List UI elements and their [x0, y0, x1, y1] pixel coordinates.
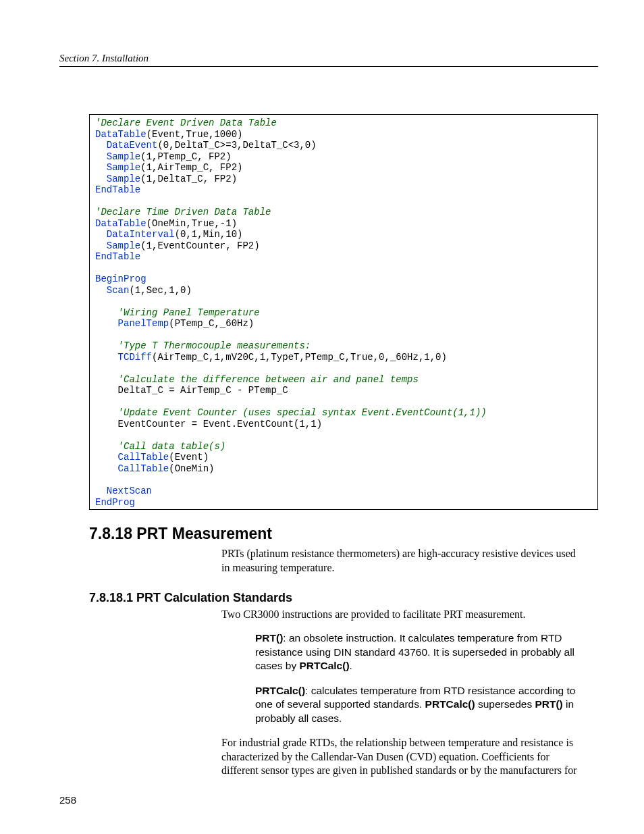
code-keyword: EndTable	[95, 251, 140, 262]
code-text: (0,1,Min,10)	[175, 229, 243, 240]
code-text: (1,AirTemp_C, FP2)	[140, 162, 242, 173]
code-comment: 'Type T Thermocouple measurements:	[118, 340, 311, 351]
code-keyword: EndTable	[95, 184, 140, 195]
heading-prt-measurement: 7.8.18 PRT Measurement	[89, 525, 598, 543]
code-comment: 'Calculate the difference between air an…	[118, 374, 419, 385]
code-keyword: NextScan	[107, 486, 152, 496]
code-text: (1,Sec,1,0)	[129, 285, 191, 296]
code-keyword: Sample	[107, 151, 140, 162]
term-bold: PRTCalc()	[255, 685, 305, 696]
code-keyword: DataTable	[95, 218, 146, 229]
code-keyword: CallTable	[118, 463, 169, 474]
heading-prt-calculation-standards: 7.8.18.1 PRT Calculation Standards	[89, 591, 598, 605]
code-text: (OneMin)	[169, 463, 214, 474]
code-listing: 'Declare Event Driven Data Table DataTab…	[89, 114, 598, 510]
running-header: Section 7. Installation	[59, 53, 598, 67]
code-text: (1,PTemp_C, FP2)	[140, 151, 231, 162]
term-bold: PRT()	[255, 632, 283, 644]
code-comment: 'Declare Event Driven Data Table	[95, 118, 277, 128]
code-text: (1,DeltaT_C, FP2)	[140, 174, 237, 184]
definition-item: PRTCalc(): calculates temperature from R…	[255, 684, 581, 725]
code-keyword: EndProg	[95, 497, 135, 508]
code-keyword: Scan	[107, 285, 130, 296]
body-paragraph: PRTs (platinum resistance thermometers) …	[221, 547, 585, 575]
term-text: supersedes	[475, 698, 535, 710]
code-keyword: TCDiff	[118, 352, 152, 363]
definition-item: PRT(): an obsolete instruction. It calcu…	[255, 631, 581, 673]
code-comment: 'Wiring Panel Temperature	[118, 307, 260, 318]
code-keyword: Sample	[107, 174, 140, 184]
body-paragraph: For industrial grade RTDs, the relations…	[221, 736, 585, 777]
term-bold: PRTCalc()	[425, 698, 475, 710]
code-comment: 'Call data table(s)	[118, 441, 226, 452]
code-text: (1,EventCounter, FP2)	[140, 240, 259, 251]
code-text: (AirTemp_C,1,mV20C,1,TypeT,PTemp_C,True,…	[152, 352, 447, 363]
code-text: DeltaT_C = AirTemp_C - PTemp_C	[118, 385, 288, 396]
code-text: (OneMin,True,-1)	[146, 218, 237, 229]
code-keyword: DataTable	[95, 129, 146, 140]
term-text: .	[350, 660, 352, 671]
code-text: (PTemp_C,_60Hz)	[169, 318, 254, 329]
code-keyword: DataEvent	[107, 140, 158, 151]
code-comment: 'Declare Time Driven Data Table	[95, 207, 271, 217]
term-bold: PRT()	[535, 698, 562, 710]
code-keyword: BeginProg	[95, 273, 146, 284]
code-text: EventCounter = Event.EventCount(1,1)	[118, 419, 322, 429]
body-paragraph: Two CR3000 instructions are provided to …	[221, 608, 585, 621]
code-keyword: CallTable	[118, 452, 169, 463]
code-keyword: Sample	[107, 240, 140, 251]
page-number: 258	[59, 794, 76, 806]
term-bold: PRTCalc()	[299, 660, 349, 671]
code-text: (Event,True,1000)	[146, 129, 243, 140]
code-comment: 'Update Event Counter (uses special synt…	[118, 407, 487, 418]
code-text: (0,DeltaT_C>=3,DeltaT_C<3,0)	[157, 140, 316, 151]
code-keyword: PanelTemp	[118, 318, 169, 329]
code-keyword: Sample	[107, 162, 140, 173]
code-text: (Event)	[169, 452, 209, 463]
code-keyword: DataInterval	[107, 229, 175, 240]
